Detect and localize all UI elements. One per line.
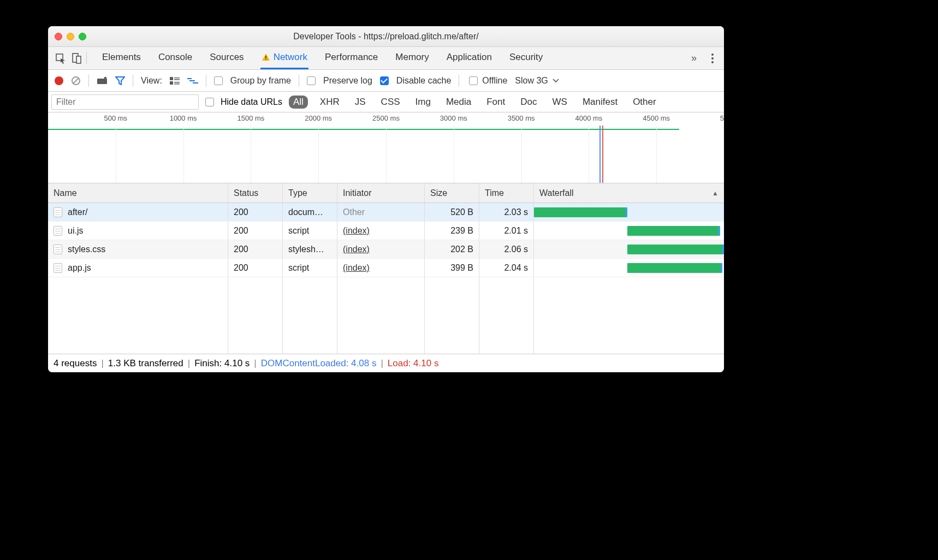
tab-elements[interactable]: Elements [101, 47, 142, 69]
timeline-tick: 50 [720, 114, 724, 122]
cell-status: 200 [228, 203, 283, 221]
titlebar: Developer Tools - https://preload.glitch… [48, 26, 724, 47]
col-time[interactable]: Time [479, 183, 534, 202]
filter-input[interactable] [51, 94, 199, 110]
filter-type-js[interactable]: JS [352, 96, 369, 108]
filter-type-all[interactable]: All [289, 96, 308, 109]
svg-rect-9 [170, 77, 173, 80]
cell-initiator[interactable]: (index) [337, 222, 425, 240]
preserve-log-checkbox[interactable] [307, 76, 316, 85]
table-row[interactable]: ui.js200script(index)239 B2.01 s [48, 222, 724, 240]
filter-type-font[interactable]: Font [483, 96, 508, 108]
table-row[interactable]: styles.css200stylesh…(index)202 B2.06 s [48, 240, 724, 259]
group-by-frame-label: Group by frame [230, 76, 291, 86]
status-load: Load: 4.10 s [388, 358, 439, 369]
svg-rect-13 [174, 82, 180, 83]
tabs-overflow-button[interactable]: » [687, 51, 701, 65]
disable-cache-checkbox[interactable] [380, 76, 389, 85]
timeline-tick: 1000 ms [170, 114, 197, 122]
tab-memory[interactable]: Memory [394, 47, 430, 69]
table-row[interactable]: after/200docum…Other520 B2.03 s [48, 203, 724, 222]
waterfall-bar [627, 263, 722, 273]
timeline-overview[interactable]: 500 ms1000 ms1500 ms2000 ms2500 ms3000 m… [48, 112, 724, 183]
filter-type-other[interactable]: Other [630, 96, 660, 108]
tab-console[interactable]: Console [157, 47, 193, 69]
panel-tabs: ElementsConsoleSourcesNetworkPerformance… [101, 47, 685, 69]
table-row[interactable]: app.js200script(index)399 B2.04 s [48, 259, 724, 277]
throttling-select[interactable]: Slow 3G [515, 76, 548, 86]
large-rows-icon[interactable] [170, 77, 180, 85]
hide-data-urls-checkbox[interactable] [205, 98, 214, 106]
tab-security[interactable]: Security [508, 47, 544, 69]
cell-time: 2.06 s [479, 240, 534, 258]
file-icon [54, 207, 62, 217]
timeline-tick: 1500 ms [237, 114, 264, 122]
cell-size: 399 B [425, 259, 479, 277]
waterfall-bar [534, 207, 627, 217]
timeline-tick: 2500 ms [372, 114, 400, 122]
minimize-window-button[interactable] [67, 33, 74, 40]
col-name[interactable]: Name [48, 183, 228, 202]
cell-type: stylesh… [283, 240, 337, 258]
filter-icon[interactable] [115, 76, 125, 85]
filter-type-img[interactable]: Img [412, 96, 434, 108]
screenshots-icon[interactable] [97, 77, 108, 85]
svg-rect-15 [187, 78, 192, 79]
filter-type-manifest[interactable]: Manifest [579, 96, 621, 108]
status-dcl: DOMContentLoaded: 4.08 s [261, 358, 377, 369]
svg-rect-2 [76, 56, 81, 63]
offline-label: Offline [482, 76, 507, 86]
warning-icon [262, 53, 270, 62]
cell-type: docum… [283, 203, 337, 221]
close-window-button[interactable] [55, 33, 62, 40]
timeline-gridline [589, 126, 589, 183]
divider [206, 75, 206, 87]
tab-performance[interactable]: Performance [324, 47, 379, 69]
cell-name: after/ [48, 203, 228, 221]
window-title: Developer Tools - https://preload.glitch… [48, 32, 724, 41]
load-marker [602, 126, 603, 183]
view-label: View: [141, 76, 162, 86]
col-status[interactable]: Status [228, 183, 283, 202]
col-type[interactable]: Type [283, 183, 337, 202]
timeline-tick: 500 ms [104, 114, 127, 122]
timeline-gridline [386, 126, 387, 183]
tab-network[interactable]: Network [260, 47, 308, 69]
col-waterfall[interactable]: Waterfall ▲ [534, 183, 724, 202]
request-table: Name Status Type Initiator Size Time Wat… [48, 183, 724, 354]
sort-asc-icon: ▲ [712, 189, 719, 197]
table-header: Name Status Type Initiator Size Time Wat… [48, 183, 724, 203]
group-by-frame-checkbox[interactable] [214, 76, 223, 85]
filter-type-css[interactable]: CSS [378, 96, 403, 108]
zoom-window-button[interactable] [79, 33, 86, 40]
record-button[interactable] [55, 76, 63, 85]
timeline-tick: 4000 ms [575, 114, 602, 122]
offline-checkbox[interactable] [469, 76, 478, 85]
cell-time: 2.01 s [479, 222, 534, 240]
filter-type-doc[interactable]: Doc [517, 96, 540, 108]
cell-initiator[interactable]: (index) [337, 259, 425, 277]
cell-name: ui.js [48, 222, 228, 240]
clear-button[interactable] [71, 76, 81, 86]
cell-time: 2.03 s [479, 203, 534, 221]
cell-waterfall [534, 222, 724, 240]
filter-type-xhr[interactable]: XHR [317, 96, 343, 108]
filter-type-media[interactable]: Media [443, 96, 474, 108]
cell-waterfall [534, 203, 724, 221]
filter-type-ws[interactable]: WS [549, 96, 571, 108]
cell-initiator[interactable]: (index) [337, 240, 425, 258]
cell-waterfall [534, 259, 724, 277]
col-initiator[interactable]: Initiator [337, 183, 425, 202]
hide-data-urls-label: Hide data URLs [221, 97, 282, 107]
tab-application[interactable]: Application [446, 47, 493, 69]
cell-size: 202 B [425, 240, 479, 258]
overview-toggle-icon[interactable] [187, 77, 198, 85]
tab-sources[interactable]: Sources [209, 47, 245, 69]
chevron-down-icon[interactable] [553, 79, 559, 83]
cell-initiator[interactable]: Other [337, 203, 425, 221]
col-size[interactable]: Size [425, 183, 479, 202]
device-toolbar-icon[interactable] [70, 51, 84, 65]
inspect-element-icon[interactable] [54, 51, 68, 65]
timeline-tick: 2000 ms [305, 114, 332, 122]
more-menu-button[interactable] [707, 53, 719, 63]
